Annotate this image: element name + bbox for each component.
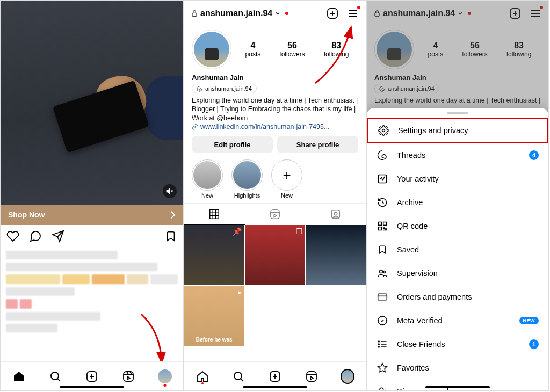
- profile-buttons: Edit profile Share profile: [184, 130, 366, 157]
- tab-reels[interactable]: [245, 204, 306, 225]
- post-actions-row: [1, 225, 183, 245]
- menu-saved[interactable]: Saved: [367, 238, 548, 262]
- verified-icon: [377, 315, 388, 326]
- reels-icon[interactable]: [305, 369, 319, 383]
- svg-point-22: [379, 341, 380, 342]
- supervision-icon: [377, 268, 388, 279]
- svg-rect-2: [124, 372, 133, 381]
- sheet-grabber[interactable]: [447, 112, 468, 114]
- volume-mute-icon[interactable]: [163, 184, 177, 198]
- username-dropdown[interactable]: anshuman.jain.94: [191, 9, 321, 18]
- empty-cell: [245, 286, 305, 345]
- menu-label: Archive: [397, 198, 423, 207]
- menu-label: Saved: [397, 245, 419, 254]
- svg-rect-18: [379, 227, 382, 230]
- svg-rect-3: [192, 13, 197, 16]
- feed-post-media[interactable]: [1, 1, 183, 205]
- menu-label: Settings and privacy: [398, 126, 468, 135]
- edit-profile-button[interactable]: Edit profile: [192, 136, 273, 153]
- post-caption: Before he was: [187, 337, 241, 343]
- home-icon[interactable]: [12, 369, 26, 383]
- svg-point-24: [379, 346, 380, 347]
- menu-label: Your activity: [397, 175, 439, 183]
- tab-grid[interactable]: [184, 204, 245, 225]
- profile-tab-icon[interactable]: [158, 369, 172, 383]
- highlight-item[interactable]: Highlights: [231, 159, 263, 199]
- profile-stats-row: 4posts 56followers 83following: [184, 26, 366, 70]
- profile-avatar[interactable]: [192, 30, 231, 69]
- post-thumbnail[interactable]: ▸Before he was: [184, 286, 244, 345]
- menu-settings-privacy[interactable]: Settings and privacy: [367, 118, 548, 143]
- create-post-icon[interactable]: [326, 7, 339, 20]
- search-icon[interactable]: [48, 369, 62, 383]
- menu-close-friends[interactable]: Close Friends 1: [367, 332, 548, 356]
- menu-threads[interactable]: Threads 4: [367, 143, 548, 167]
- hamburger-menu-icon[interactable]: [346, 7, 359, 20]
- post-thumbnail[interactable]: 📌: [184, 225, 244, 285]
- highlight-item[interactable]: New: [192, 159, 223, 199]
- bookmark-icon[interactable]: [164, 229, 178, 243]
- create-icon[interactable]: [85, 369, 99, 383]
- highlight-add[interactable]: +New: [271, 159, 302, 199]
- menu-label: Close Friends: [397, 340, 445, 349]
- menu-qr-code[interactable]: QR code: [367, 214, 548, 238]
- carousel-icon: ❐: [296, 227, 303, 236]
- post-thumbnail[interactable]: [306, 225, 366, 285]
- menu-your-activity[interactable]: Your activity: [367, 167, 548, 191]
- stat-following[interactable]: 83following: [324, 41, 349, 58]
- profile-topbar: anshuman.jain.94: [184, 1, 366, 26]
- svg-point-20: [383, 271, 386, 273]
- card-icon: [377, 292, 388, 302]
- posts-grid: 📌 ❐ ▸Before he was: [184, 225, 366, 346]
- home-icon[interactable]: [196, 369, 209, 383]
- empty-cell: [306, 286, 366, 345]
- menu-discover-people[interactable]: Discover people: [367, 380, 548, 391]
- threads-icon: [197, 86, 202, 92]
- menu-label: Favorites: [397, 364, 429, 372]
- profile-link[interactable]: www.linkedin.com/in/anshuman-jain-7495..…: [184, 123, 366, 130]
- menu-favorites[interactable]: Favorites: [367, 356, 548, 380]
- list-icon: [377, 339, 388, 350]
- svg-point-9: [234, 372, 242, 380]
- shop-now-button[interactable]: Shop Now: [1, 205, 183, 225]
- stat-followers[interactable]: 56followers: [279, 41, 305, 58]
- tab-tagged[interactable]: [305, 204, 366, 225]
- like-icon[interactable]: [6, 229, 20, 243]
- svg-rect-16: [379, 222, 382, 226]
- avatar: [158, 369, 172, 383]
- gear-icon: [378, 125, 389, 136]
- comment-icon[interactable]: [28, 229, 42, 243]
- highlight-label: New: [281, 192, 293, 199]
- threads-pill[interactable]: anshuman.jain.94: [192, 84, 257, 93]
- qr-icon: [377, 221, 388, 231]
- svg-rect-5: [210, 209, 219, 219]
- search-icon[interactable]: [231, 369, 245, 383]
- menu-label: Threads: [397, 151, 425, 159]
- menu-supervision[interactable]: Supervision: [367, 262, 548, 285]
- menu-archive[interactable]: Archive: [367, 191, 548, 214]
- bookmark-icon: [377, 244, 388, 255]
- reels-icon[interactable]: [121, 369, 135, 383]
- menu-meta-verified[interactable]: Meta Verified NEW: [367, 309, 548, 332]
- svg-point-19: [380, 270, 383, 273]
- username-text: anshuman.jain.94: [200, 9, 272, 18]
- menu-orders-payments[interactable]: Orders and payments: [367, 285, 548, 309]
- badge-new: NEW: [519, 317, 539, 324]
- create-icon[interactable]: [268, 369, 282, 383]
- phone-shape: [53, 81, 149, 153]
- stat-posts[interactable]: 4posts: [245, 41, 261, 58]
- home-indicator: [60, 386, 124, 388]
- share-profile-button[interactable]: Share profile: [277, 136, 358, 153]
- profile-panel: anshuman.jain.94 4posts 56followers 83fo…: [184, 0, 366, 391]
- badge-count: 4: [529, 150, 539, 160]
- post-thumbnail[interactable]: ❐: [245, 225, 305, 285]
- home-indicator: [425, 386, 490, 388]
- display-name: Anshuman Jain: [184, 70, 366, 82]
- menu-label: Supervision: [397, 269, 438, 278]
- profile-tab-icon[interactable]: [341, 369, 354, 383]
- threads-handle: anshuman.jain.94: [205, 85, 252, 92]
- feed-panel: Shop Now: [0, 0, 184, 391]
- activity-icon: [377, 173, 388, 184]
- share-icon[interactable]: [51, 229, 65, 243]
- add-person-icon: [377, 386, 388, 391]
